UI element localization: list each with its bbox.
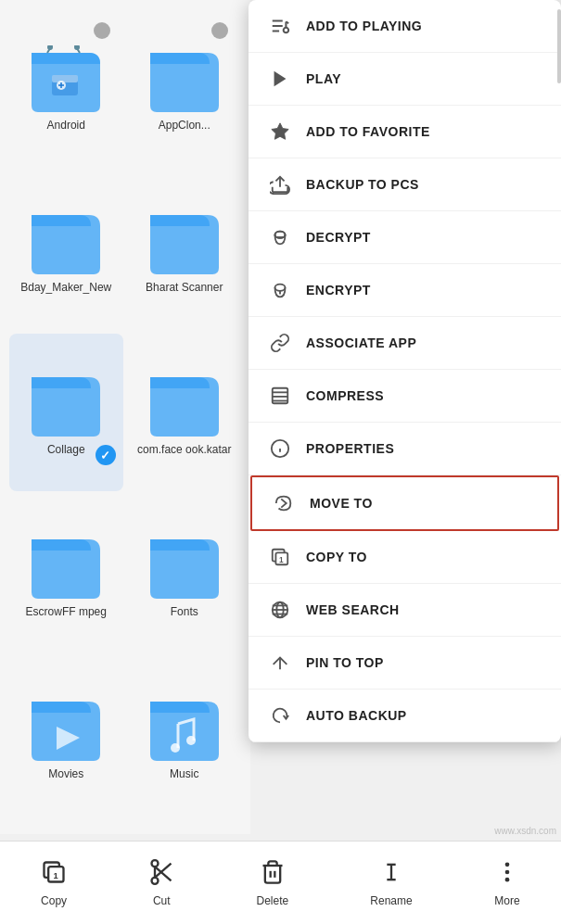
menu-item-encrypt[interactable]: ENCRYPT [249, 264, 561, 317]
pin-icon [267, 650, 293, 676]
folder-collage-icon [24, 370, 108, 439]
menu-label-backup-to-pcs: BACKUP TO PCS [306, 177, 419, 192]
toolbar-copy[interactable]: 1 Copy [26, 852, 82, 915]
file-label-fonts: Fonts [171, 605, 198, 618]
svg-point-20 [275, 285, 286, 291]
toolbar-delete[interactable]: Delete [241, 852, 303, 915]
file-item-music[interactable]: Music [128, 658, 242, 816]
toolbar-label-copy: Copy [41, 894, 67, 907]
menu-item-pin-to-top[interactable]: PIN TO TOP [249, 637, 561, 690]
file-item-movies[interactable]: Movies [9, 658, 123, 816]
playlist-icon [267, 13, 293, 39]
menu-label-copy-to: COPY TO [306, 550, 367, 564]
svg-point-1 [74, 45, 80, 50]
file-item-collage[interactable]: Collage [9, 334, 123, 491]
menu-label-compress: COMPRESS [306, 388, 384, 403]
menu-label-add-to-favorite: ADD TO FAVORITE [306, 124, 430, 139]
watermark: www.xsdn.com [494, 826, 556, 836]
menu-label-move-to: MOVE TO [310, 496, 373, 511]
more-icon [494, 859, 520, 891]
folder-android-icon [24, 45, 108, 115]
menu-item-properties[interactable]: PROPERTIES [249, 423, 561, 475]
link-icon [267, 330, 293, 356]
file-label-bday: Bday_Maker_New [20, 281, 111, 294]
svg-point-0 [47, 45, 53, 50]
file-item-appclone[interactable]: AppClon... [128, 9, 242, 167]
menu-item-add-to-playing[interactable]: ADD TO PLAYING [249, 0, 561, 53]
folder-music-icon [143, 694, 226, 764]
file-label-bharat: Bharat Scanner [146, 281, 223, 294]
auto-backup-icon [267, 702, 293, 728]
menu-item-add-to-favorite[interactable]: ADD TO FAVORITE [249, 106, 561, 158]
svg-point-7 [186, 736, 196, 745]
file-item-escrow[interactable]: EscrowFF mpeg [9, 496, 123, 653]
file-label-android: Android [47, 119, 85, 132]
menu-label-decrypt: DECRYPT [306, 230, 371, 245]
svg-text:1: 1 [279, 556, 284, 564]
menu-item-copy-to[interactable]: 1 COPY TO [249, 531, 561, 584]
svg-point-52 [505, 869, 510, 874]
bottom-toolbar: 1 Copy Cut Delete Rename More [0, 841, 561, 924]
menu-item-compress[interactable]: COMPRESS [249, 370, 561, 423]
file-label-music: Music [170, 767, 198, 780]
menu-label-web-search: WEB SEARCH [306, 602, 400, 617]
file-item-fonts[interactable]: Fonts [128, 496, 242, 653]
file-item-android[interactable]: Android [9, 9, 123, 167]
info-icon [267, 436, 293, 462]
copy-icon: 1 [41, 859, 67, 891]
file-item-comface[interactable]: com.face ook.katar [128, 334, 242, 491]
menu-item-decrypt[interactable]: DECRYPT [249, 211, 561, 264]
menu-label-encrypt: ENCRYPT [306, 283, 371, 297]
delete-icon [260, 859, 286, 891]
menu-label-auto-backup: AUTO BACKUP [306, 708, 407, 723]
svg-point-6 [171, 743, 180, 753]
context-menu: ADD TO PLAYING PLAY ADD TO FAVORITE BACK… [249, 0, 561, 742]
svg-marker-14 [274, 71, 287, 87]
svg-text:1: 1 [54, 871, 58, 880]
svg-rect-4 [52, 75, 78, 82]
star-icon [267, 119, 293, 145]
svg-point-41 [152, 877, 159, 883]
file-item-bharat[interactable]: Bharat Scanner [128, 171, 242, 329]
file-label-escrow: EscrowFF mpeg [26, 605, 107, 618]
svg-point-51 [505, 862, 510, 867]
menu-item-backup-to-pcs[interactable]: BACKUP TO PCS [249, 158, 561, 211]
menu-label-add-to-playing: ADD TO PLAYING [306, 19, 422, 33]
appclone-badge [211, 22, 228, 39]
menu-item-auto-backup[interactable]: AUTO BACKUP [249, 690, 561, 742]
menu-label-pin-to-top: PIN TO TOP [306, 655, 384, 670]
collage-check [96, 445, 116, 465]
menu-item-associate-app[interactable]: ASSOCIATE APP [249, 317, 561, 370]
play-icon [267, 66, 293, 92]
toolbar-more[interactable]: More [479, 852, 535, 915]
folder-fonts-icon [143, 532, 226, 601]
toolbar-label-rename: Rename [370, 894, 412, 907]
android-badge [94, 22, 110, 39]
folder-movies-icon [24, 694, 108, 764]
menu-item-play[interactable]: PLAY [249, 53, 561, 106]
menu-scrollbar[interactable] [557, 9, 561, 83]
decrypt-icon [267, 224, 293, 250]
toolbar-rename[interactable]: Rename [355, 852, 427, 915]
svg-marker-15 [272, 123, 288, 139]
menu-label-play: PLAY [306, 71, 341, 86]
move-icon [271, 490, 297, 516]
svg-point-42 [152, 860, 159, 867]
folder-escrow-icon [24, 532, 108, 601]
rename-icon [378, 859, 404, 891]
svg-point-53 [505, 877, 510, 881]
file-label-comface: com.face ook.katar [137, 443, 231, 456]
menu-label-associate-app: ASSOCIATE APP [306, 335, 416, 350]
file-item-bday[interactable]: Bday_Maker_New [9, 171, 123, 329]
svg-point-11 [284, 28, 289, 33]
folder-bharat-icon [143, 208, 226, 277]
copy-to-icon: 1 [267, 544, 293, 570]
menu-item-move-to[interactable]: MOVE TO [250, 475, 559, 531]
backup-icon [267, 171, 293, 197]
toolbar-label-delete: Delete [256, 894, 288, 907]
toolbar-label-more: More [494, 894, 519, 907]
toolbar-cut[interactable]: Cut [134, 852, 189, 915]
menu-item-web-search[interactable]: WEB SEARCH [249, 584, 561, 637]
file-label-movies: Movies [48, 767, 83, 780]
encrypt-icon [267, 277, 293, 303]
